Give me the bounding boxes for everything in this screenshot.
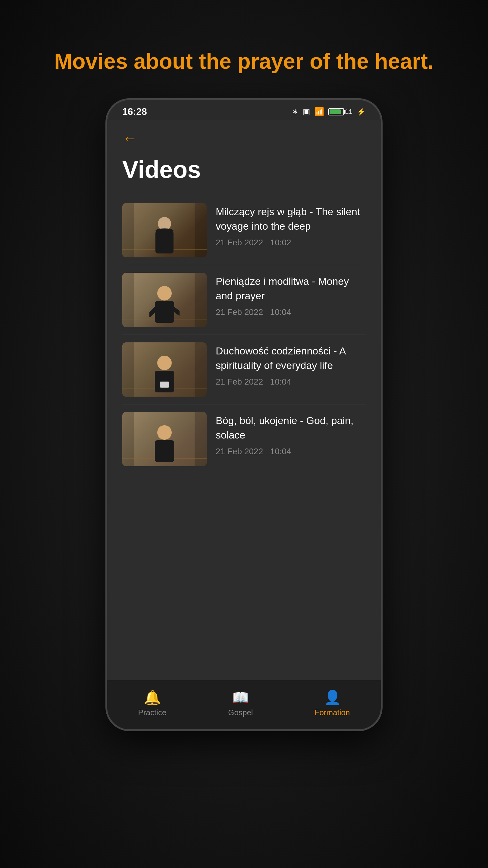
battery-bar: [328, 108, 344, 116]
svg-point-7: [157, 355, 172, 370]
person-figure-4: [150, 424, 180, 466]
video-title-1: Milczący rejs w głąb - The silent voyage…: [216, 205, 366, 233]
battery-fill: [330, 110, 341, 114]
video-meta-4: 21 Feb 2022 10:04: [216, 447, 366, 456]
nav-item-gospel[interactable]: 📖 Gospel: [216, 686, 265, 720]
list-item[interactable]: Bóg, ból, ukojenie - God, pain, solace 2…: [119, 404, 369, 474]
page-background-title: Movies about the prayer of the heart.: [36, 48, 452, 74]
person-figure-2: [150, 285, 180, 327]
video-title-2: Pieniądze i modlitwa - Money and prayer: [216, 274, 366, 303]
svg-rect-1: [156, 231, 173, 253]
charging-icon: ⚡: [357, 107, 366, 116]
video-thumbnail-1: [122, 203, 207, 257]
svg-rect-11: [155, 440, 174, 462]
video-title-4: Bóg, ból, ukojenie - God, pain, solace: [216, 413, 366, 442]
svg-rect-9: [160, 381, 169, 388]
svg-line-5: [150, 309, 156, 315]
video-meta-2: 21 Feb 2022 10:04: [216, 307, 366, 317]
svg-rect-4: [155, 301, 174, 323]
svg-point-3: [157, 286, 172, 301]
list-item[interactable]: Pieniądze i modlitwa - Money and prayer …: [119, 265, 369, 335]
battery-text: 11: [345, 108, 352, 116]
screen-title: Videos: [107, 150, 381, 195]
bell-icon: 🔔: [144, 689, 161, 706]
person-figure-3: [150, 354, 180, 397]
svg-point-2: [156, 228, 173, 233]
svg-line-6: [173, 309, 180, 313]
video-thumbnail-2: [122, 273, 207, 327]
video-thumbnail-4: [122, 412, 207, 466]
video-info-3: Duchowość codzienności - A spirituality …: [216, 342, 366, 386]
status-time: 16:28: [122, 106, 147, 117]
nav-label-practice: Practice: [138, 708, 166, 717]
app-content: ← Videos Milczący rejs w głą: [107, 120, 381, 680]
bluetooth-icon: ∗: [292, 107, 298, 116]
video-info-4: Bóg, ból, ukojenie - God, pain, solace 2…: [216, 412, 366, 456]
nav-item-practice[interactable]: 🔔 Practice: [126, 686, 178, 720]
video-info-1: Milczący rejs w głąb - The silent voyage…: [216, 203, 366, 247]
person-figure-1: [150, 215, 180, 257]
person-icon: 👤: [324, 689, 341, 706]
status-bar: 16:28 ∗ ▣ 📶 11 ⚡: [107, 100, 381, 120]
list-item[interactable]: Duchowość codzienności - A spirituality …: [119, 335, 369, 404]
wifi-icon: 📶: [315, 107, 324, 116]
bottom-navigation: 🔔 Practice 📖 Gospel 👤 Formation: [107, 680, 381, 730]
nav-item-formation[interactable]: 👤 Formation: [303, 686, 362, 720]
nav-label-gospel: Gospel: [228, 708, 253, 717]
back-button[interactable]: ←: [122, 130, 137, 147]
nav-back[interactable]: ←: [107, 120, 381, 150]
video-list: Milczący rejs w głąb - The silent voyage…: [107, 195, 381, 680]
list-item[interactable]: Milczący rejs w głąb - The silent voyage…: [119, 195, 369, 265]
video-info-2: Pieniądze i modlitwa - Money and prayer …: [216, 273, 366, 317]
video-meta-3: 21 Feb 2022 10:04: [216, 377, 366, 387]
nav-label-formation: Formation: [315, 708, 350, 717]
phone-device: 16:28 ∗ ▣ 📶 11 ⚡ ← Videos: [105, 98, 383, 731]
video-title-3: Duchowość codzienności - A spirituality …: [216, 344, 366, 373]
svg-point-10: [157, 425, 172, 440]
photo-icon: ▣: [303, 107, 310, 116]
battery-indicator: 11: [328, 108, 352, 116]
video-thumbnail-3: [122, 342, 207, 397]
svg-point-0: [158, 217, 171, 230]
video-meta-1: 21 Feb 2022 10:02: [216, 238, 366, 247]
book-icon: 📖: [232, 689, 249, 706]
status-icons: ∗ ▣ 📶 11 ⚡: [292, 107, 366, 116]
